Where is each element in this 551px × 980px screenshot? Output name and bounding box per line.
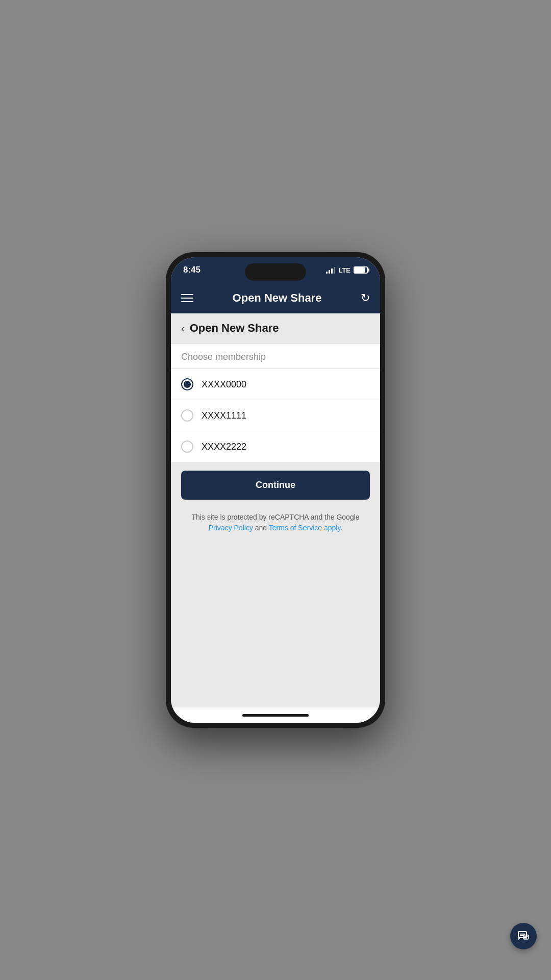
privacy-notice: This site is protected by reCAPTCHA and … bbox=[171, 508, 380, 542]
refresh-button[interactable]: ↻ bbox=[361, 291, 370, 305]
status-time: 8:45 bbox=[183, 265, 201, 275]
membership-label-2: XXXX2222 bbox=[202, 442, 246, 452]
privacy-and-text: and bbox=[255, 524, 267, 532]
membership-option-2[interactable]: XXXX2222 bbox=[171, 431, 380, 462]
page-title: Open New Share bbox=[190, 322, 279, 335]
membership-option-1[interactable]: XXXX1111 bbox=[171, 400, 380, 431]
lte-label: LTE bbox=[338, 266, 350, 274]
privacy-period: . bbox=[340, 524, 342, 532]
membership-label-0: XXXX0000 bbox=[202, 379, 246, 390]
form-container: Choose membership XXXX0000 XXXX1111 XX bbox=[171, 344, 380, 462]
battery-icon bbox=[354, 266, 368, 274]
radio-circle-1 bbox=[181, 409, 193, 422]
nav-title: Open New Share bbox=[233, 291, 322, 305]
privacy-notice-text: This site is protected by reCAPTCHA and … bbox=[191, 513, 359, 521]
phone-screen: 8:45 LTE Open bbox=[171, 257, 380, 723]
content-area: ‹ Open New Share Choose membership XXXX0… bbox=[171, 313, 380, 707]
signal-bars-icon bbox=[326, 266, 335, 274]
dynamic-island bbox=[245, 263, 306, 281]
continue-button[interactable]: Continue bbox=[181, 471, 370, 500]
choose-membership-label: Choose membership bbox=[171, 344, 380, 369]
radio-circle-2 bbox=[181, 440, 193, 453]
home-indicator bbox=[171, 707, 380, 723]
menu-button[interactable] bbox=[181, 294, 193, 302]
nav-header: Open New Share ↻ bbox=[171, 283, 380, 313]
home-bar bbox=[242, 714, 309, 717]
radio-circle-0 bbox=[181, 378, 193, 390]
privacy-policy-link[interactable]: Privacy Policy bbox=[209, 524, 253, 532]
page-header: ‹ Open New Share bbox=[171, 313, 380, 344]
back-button[interactable]: ‹ bbox=[181, 323, 185, 334]
membership-label-1: XXXX1111 bbox=[202, 410, 246, 421]
phone-frame: 8:45 LTE Open bbox=[166, 252, 385, 728]
terms-link[interactable]: Terms of Service apply bbox=[269, 524, 341, 532]
status-icons: LTE bbox=[326, 266, 368, 274]
membership-option-0[interactable]: XXXX0000 bbox=[171, 369, 380, 400]
